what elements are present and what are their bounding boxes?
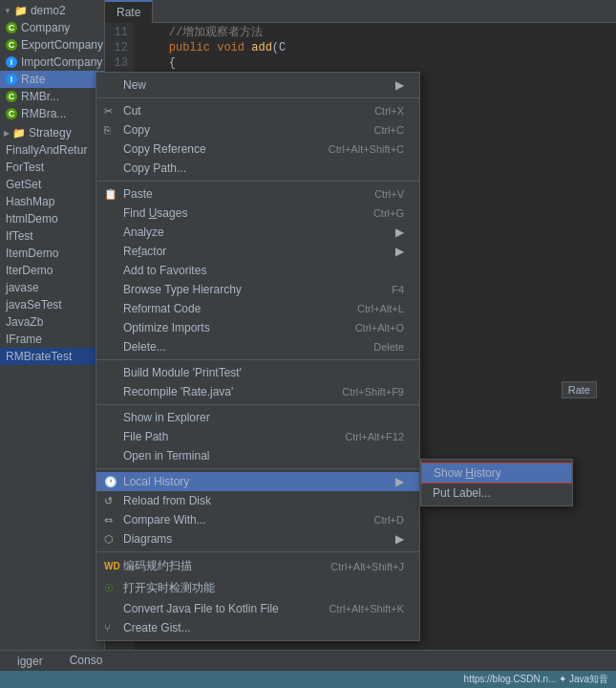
menu-item-paste[interactable]: 📋 Paste Ctrl+V	[96, 184, 419, 204]
sidebar-item-exportcompany[interactable]: C ExportCompany	[0, 36, 104, 54]
menu-shortcut: Ctrl+V	[355, 188, 404, 200]
menu-shortcut: Ctrl+D	[355, 514, 404, 526]
menu-item-label: Add to Favorites	[123, 264, 206, 277]
menu-item-label: Copy Path...	[123, 161, 186, 175]
sidebar-item-importcompany[interactable]: I ImportCompany	[0, 54, 104, 71]
menu-item-label: Build Module 'PrintTest'	[123, 366, 242, 379]
sidebar-item-javasetest[interactable]: javaSeTest	[0, 296, 104, 313]
copy-icon: ⎘	[104, 124, 111, 136]
sidebar-item-iterdemo[interactable]: IterDemo	[0, 262, 104, 279]
sidebar-item-label: htmlDemo	[6, 212, 58, 226]
menu-item-label: Find Usages	[123, 206, 187, 220]
menu-item-copy-reference[interactable]: Copy Reference Ctrl+Alt+Shift+C	[96, 140, 419, 159]
menu-item-recompile[interactable]: Recompile 'Rate.java' Ctrl+Shift+F9	[96, 382, 419, 401]
sidebar-item-htmldemo[interactable]: htmlDemo	[0, 210, 104, 227]
menu-item-open-terminal[interactable]: Open in Terminal	[96, 446, 419, 465]
line-num-12: 12	[105, 40, 128, 55]
menu-item-new[interactable]: New ▶	[96, 75, 419, 95]
submenu-item-show-history[interactable]: Show History	[421, 462, 572, 484]
sidebar-item-itemdemo[interactable]: ItemDemo	[0, 245, 104, 262]
sidebar-item-company[interactable]: C Company	[0, 19, 104, 36]
menu-item-refactor[interactable]: Refactor ▶	[96, 242, 419, 261]
menu-item-create-gist[interactable]: ⑂ Create Gist...	[96, 618, 419, 637]
code-line-11: //增加观察者方法	[141, 25, 608, 40]
menu-item-reload-disk[interactable]: ↺ Reload from Disk	[96, 491, 419, 510]
menu-item-local-history[interactable]: 🕐 Local History ▶	[96, 472, 419, 491]
line-num-11: 11	[105, 25, 128, 40]
sidebar-item-label: ItemDemo	[6, 247, 58, 260]
code-line-12: public void add(C	[141, 40, 608, 55]
menu-item-find-usages[interactable]: Find Usages Ctrl+G	[96, 204, 419, 223]
menu-item-show-explorer[interactable]: Show in Explorer	[96, 408, 419, 427]
menu-item-optimize-imports[interactable]: Optimize Imports Ctrl+Alt+O	[96, 318, 419, 337]
sidebar-item-demo2[interactable]: ▼ 📁 demo2	[0, 2, 104, 19]
menu-shortcut: Ctrl+X	[355, 105, 404, 117]
tab-rate[interactable]: Rate	[105, 0, 153, 23]
bottom-tab-console[interactable]: Conso	[60, 650, 113, 673]
sidebar-item-label: demo2	[31, 4, 66, 17]
menu-item-label: Analyze	[123, 226, 164, 239]
sidebar-item-label: RMBrateTest	[6, 350, 72, 363]
class-icon: C	[6, 91, 17, 102]
menu-item-cut[interactable]: ✂ Cut Ctrl+X	[96, 101, 419, 120]
submenu-item-label: Put Label...	[433, 486, 491, 500]
submenu-item-put-label[interactable]: Put Label...	[421, 484, 572, 503]
sidebar-item-fortest[interactable]: ForTest	[0, 159, 104, 176]
menu-item-copy-path[interactable]: Copy Path...	[96, 159, 419, 178]
menu-separator	[96, 551, 419, 552]
menu-item-analyze[interactable]: Analyze ▶	[96, 223, 419, 242]
sidebar-item-rmbratetest[interactable]: RMBrateTest	[0, 348, 104, 365]
sidebar-item-label: JavaZb	[6, 315, 43, 329]
menu-item-add-favorites[interactable]: Add to Favorites	[96, 261, 419, 280]
sidebar-item-label: ImportCompany	[21, 55, 102, 69]
menu-item-code-scan[interactable]: WD 编码规约扫描 Ctrl+Alt+Shift+J	[96, 555, 419, 577]
menu-item-label: Diagrams	[123, 532, 172, 546]
interface-icon: I	[6, 56, 17, 68]
sidebar-item-label: FinallyAndRetur	[6, 143, 87, 157]
menu-item-compare-with[interactable]: ⇔ Compare With... Ctrl+D	[96, 510, 419, 529]
menu-shortcut: F4	[372, 284, 404, 295]
sidebar-item-getset[interactable]: GetSet	[0, 176, 104, 193]
menu-item-build-module[interactable]: Build Module 'PrintTest'	[96, 363, 419, 382]
sidebar-item-label: GetSet	[6, 178, 41, 191]
cut-icon: ✂	[104, 105, 113, 118]
sidebar-item-label: RMBra...	[21, 107, 66, 120]
footer-bar: https://blog.CSDN.n... ✦ Java知音	[0, 671, 616, 688]
tab-label: Rate	[117, 6, 140, 19]
sidebar-item-javazb[interactable]: JavaZb	[0, 313, 104, 331]
menu-item-file-path[interactable]: File Path Ctrl+Alt+F12	[96, 427, 419, 446]
sidebar-item-rate[interactable]: I Rate	[0, 71, 104, 88]
menu-item-label: Browse Type Hierarchy	[123, 283, 242, 296]
menu-item-delete[interactable]: Delete... Delete	[96, 337, 419, 356]
footer-text: https://blog.CSDN.n... ✦ Java知音	[464, 673, 608, 686]
bottom-tab-trigger[interactable]: igger	[8, 651, 53, 672]
sidebar-item-strategy[interactable]: ▶ 📁 Strategy	[0, 124, 104, 141]
sidebar-item-finally[interactable]: FinallyAndRetur	[0, 141, 104, 159]
sidebar-item-rmbra2[interactable]: C RMBra...	[0, 105, 104, 122]
menu-shortcut: Ctrl+Alt+Shift+J	[311, 561, 404, 572]
menu-item-reformat[interactable]: Reformat Code Ctrl+Alt+L	[96, 299, 419, 318]
folder-icon: 📁	[12, 127, 26, 140]
menu-item-diagrams[interactable]: ⬡ Diagrams ▶	[96, 529, 419, 548]
sidebar-item-iftest[interactable]: IfTest	[0, 227, 104, 245]
menu-item-copy[interactable]: ⎘ Copy Ctrl+C	[96, 120, 419, 140]
sidebar-item-label: IFrame	[6, 333, 42, 346]
history-icon: 🕐	[104, 476, 117, 488]
sidebar-item-hashmap[interactable]: HashMap	[0, 193, 104, 210]
sidebar-item-label: Strategy	[29, 126, 72, 140]
menu-item-label: Open in Terminal	[123, 449, 210, 462]
sidebar-item-rmbr1[interactable]: C RMBr...	[0, 88, 104, 105]
github-icon: ⑂	[104, 622, 111, 634]
context-menu: New ▶ ✂ Cut Ctrl+X ⎘ Copy Ctrl+C Copy Re…	[96, 72, 420, 641]
menu-item-label: Create Gist...	[123, 621, 191, 634]
menu-item-convert-kotlin[interactable]: Convert Java File to Kotlin File Ctrl+Al…	[96, 599, 419, 618]
menu-item-browse-hierarchy[interactable]: Browse Type Hierarchy F4	[96, 280, 419, 299]
menu-item-realtime-check[interactable]: ☉ 打开实时检测功能	[96, 577, 419, 599]
diagrams-icon: ⬡	[104, 533, 114, 546]
sidebar-item-label: Company	[21, 21, 70, 34]
paste-icon: 📋	[104, 188, 117, 201]
sidebar-item-javase[interactable]: javase	[0, 279, 104, 296]
sidebar-item-iframe[interactable]: IFrame	[0, 331, 104, 348]
menu-item-label: Copy Reference	[123, 142, 206, 156]
class-icon: C	[6, 22, 17, 33]
